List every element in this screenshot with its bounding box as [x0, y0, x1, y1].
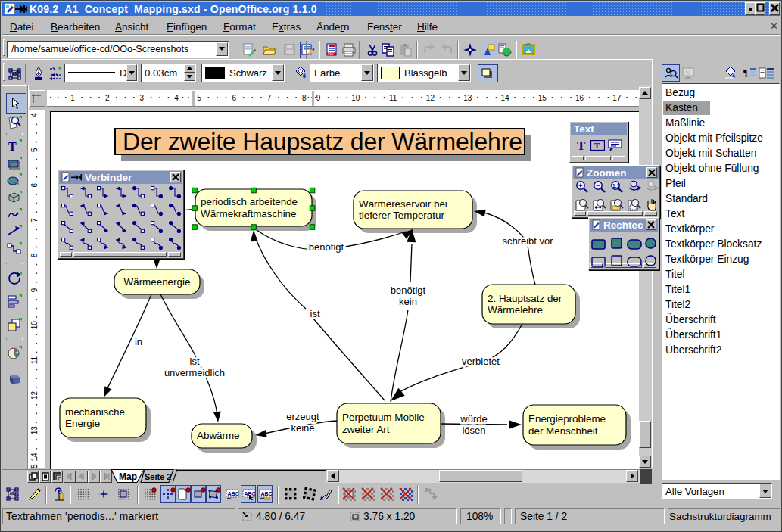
svg-text:¶: ¶	[743, 67, 748, 78]
svg-text:17: 17	[612, 94, 622, 102]
svg-text:erzeugt: erzeugt	[286, 411, 319, 422]
svg-text:12: 12	[30, 390, 39, 400]
svg-text:5: 5	[197, 94, 201, 102]
svg-text:benötigt: benötigt	[391, 285, 426, 296]
svg-text:8: 8	[302, 94, 307, 102]
svg-text:15: 15	[538, 94, 547, 102]
svg-text:5: 5	[30, 148, 39, 152]
svg-text:9: 9	[30, 288, 39, 292]
svg-text:benötigt: benötigt	[309, 241, 344, 253]
svg-text:9: 9	[316, 94, 321, 102]
svg-text:Energieprobleme: Energieprobleme	[528, 413, 606, 425]
svg-text:Wärmekraftmaschine: Wärmekraftmaschine	[201, 208, 297, 219]
svg-text:1:1: 1:1	[612, 183, 620, 188]
svg-text:T: T	[577, 138, 586, 151]
svg-text:10: 10	[351, 94, 360, 102]
svg-text:mechanische: mechanische	[65, 406, 125, 418]
svg-text:der Menschheit: der Menschheit	[528, 425, 598, 437]
svg-text:14: 14	[30, 453, 39, 462]
svg-text:8: 8	[30, 253, 39, 257]
svg-text:Der zweite Haupsatz der Wärmel: Der zweite Haupsatz der Wärmelehre	[123, 128, 522, 155]
svg-text:schreibt vor: schreibt vor	[502, 235, 553, 247]
svg-text:7: 7	[30, 218, 39, 222]
svg-text:13: 13	[463, 94, 472, 102]
svg-text:ABC: ABC	[261, 491, 273, 496]
svg-text:kein: kein	[399, 296, 417, 307]
svg-text:15: 15	[30, 464, 39, 468]
svg-text:Perpetuum Mobile: Perpetuum Mobile	[342, 412, 425, 423]
svg-text:unvermeidlich: unvermeidlich	[164, 367, 225, 378]
svg-text:16: 16	[575, 94, 584, 102]
svg-text:1: 1	[70, 94, 75, 102]
svg-text:verbietet: verbietet	[462, 356, 500, 367]
svg-text:ABC: ABC	[228, 491, 239, 496]
svg-text:ist: ist	[310, 308, 320, 319]
svg-text:würde: würde	[460, 413, 487, 425]
svg-text:ABC: ABC	[245, 491, 256, 496]
svg-text:2: 2	[105, 94, 110, 102]
svg-text:lösen: lösen	[462, 425, 485, 436]
svg-text:10: 10	[30, 321, 39, 330]
svg-text:7: 7	[267, 94, 272, 102]
svg-text:Wärmeenergie: Wärmeenergie	[124, 276, 191, 288]
svg-text:4: 4	[174, 94, 179, 102]
svg-text:12: 12	[426, 94, 435, 102]
svg-text:6: 6	[30, 182, 39, 187]
svg-text:tieferer Temperatur: tieferer Temperatur	[359, 210, 444, 221]
svg-text:Wärmelehre: Wärmelehre	[488, 304, 543, 316]
svg-text:14: 14	[500, 94, 509, 102]
svg-text:keine: keine	[291, 422, 314, 434]
svg-text:3: 3	[140, 94, 145, 102]
svg-text:Abwärme: Abwärme	[197, 430, 240, 441]
svg-text:periodisch arbeitende: periodisch arbeitende	[201, 196, 298, 207]
svg-text:6: 6	[232, 94, 237, 102]
svg-text:PDF: PDF	[328, 52, 335, 56]
svg-text:T: T	[8, 140, 17, 153]
svg-text:Wärmereservoir bei: Wärmereservoir bei	[359, 198, 447, 210]
svg-text:2. Hauptsatz der: 2. Hauptsatz der	[488, 293, 562, 304]
svg-text:11: 11	[30, 356, 39, 364]
svg-text:Map: Map	[119, 471, 137, 482]
svg-text:Seite 2: Seite 2	[145, 472, 171, 481]
svg-text:11: 11	[389, 94, 397, 102]
svg-text:T: T	[594, 142, 600, 150]
svg-text:in: in	[135, 336, 142, 347]
svg-text:Energie: Energie	[65, 418, 100, 429]
svg-text:13: 13	[30, 426, 39, 435]
svg-text:ist: ist	[190, 356, 200, 367]
svg-text:4: 4	[30, 113, 39, 117]
svg-text:zweiter Art: zweiter Art	[342, 424, 390, 435]
